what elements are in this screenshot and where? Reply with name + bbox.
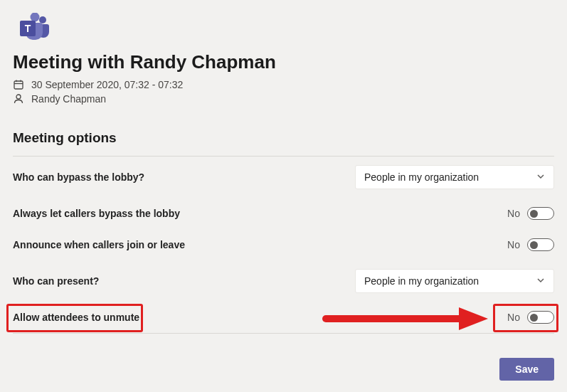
option-row-bypass-lobby: Who can bypass the lobby? People in my o… <box>13 157 554 198</box>
chevron-down-icon <box>536 171 545 183</box>
callers-bypass-toggle[interactable] <box>527 207 554 220</box>
save-button[interactable]: Save <box>499 358 554 381</box>
section-heading: Meeting options <box>13 130 554 146</box>
svg-text:T: T <box>25 23 31 34</box>
meeting-organizer-row: Randy Chapman <box>13 93 554 105</box>
option-label: Always let callers bypass the lobby <box>13 208 180 219</box>
divider <box>13 333 554 334</box>
announce-toggle[interactable] <box>527 238 554 251</box>
meeting-datetime: 30 September 2020, 07:32 - 07:32 <box>31 79 183 90</box>
svg-point-0 <box>39 16 46 23</box>
option-label: Allow attendees to unmute <box>13 312 139 323</box>
svg-point-8 <box>16 95 21 99</box>
toggle-state-label: No <box>507 312 520 323</box>
option-row-callers-bypass: Always let callers bypass the lobby No <box>13 198 554 229</box>
option-label: Who can bypass the lobby? <box>13 171 144 183</box>
select-value: People in my organization <box>364 171 479 183</box>
option-row-announce: Announce when callers join or leave No <box>13 229 554 260</box>
select-value: People in my organization <box>364 275 479 287</box>
option-label: Who can present? <box>13 275 99 287</box>
meeting-title: Meeting with Randy Chapman <box>13 51 554 73</box>
bypass-lobby-select[interactable]: People in my organization <box>355 165 554 189</box>
calendar-icon <box>13 79 24 90</box>
toggle-state-label: No <box>507 208 520 219</box>
toggle-state-label: No <box>507 239 520 250</box>
present-select[interactable]: People in my organization <box>355 269 554 293</box>
unmute-toggle[interactable] <box>527 311 554 324</box>
person-icon <box>13 93 24 105</box>
svg-point-1 <box>31 13 40 22</box>
option-row-present: Who can present? People in my organizati… <box>13 260 554 302</box>
teams-logo-icon: T <box>13 13 47 38</box>
svg-rect-4 <box>14 81 23 89</box>
option-row-unmute: Allow attendees to unmute No <box>13 302 554 333</box>
option-label: Announce when callers join or leave <box>13 239 185 250</box>
meeting-organizer: Randy Chapman <box>31 93 106 105</box>
chevron-down-icon <box>536 275 545 287</box>
meeting-datetime-row: 30 September 2020, 07:32 - 07:32 <box>13 79 554 90</box>
